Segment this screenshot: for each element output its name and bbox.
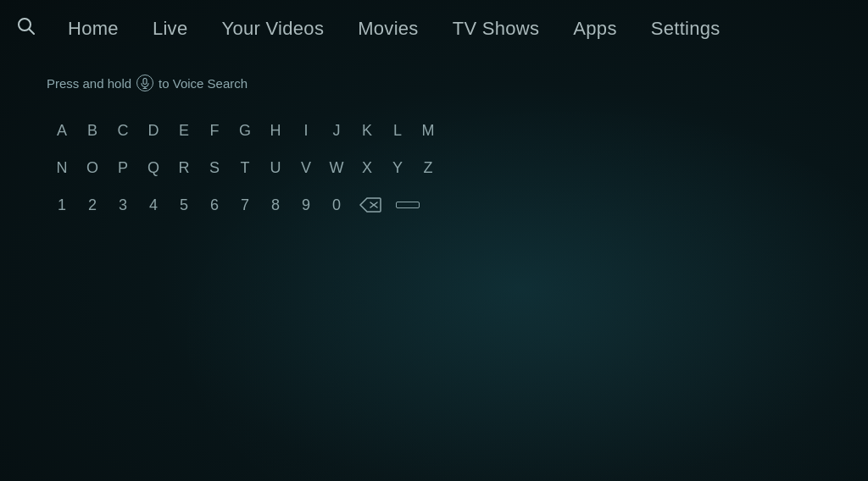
- nav-item-home[interactable]: Home: [51, 11, 136, 47]
- key-3[interactable]: 3: [108, 190, 138, 220]
- nav-item-your-videos[interactable]: Your Videos: [204, 11, 341, 47]
- backspace-key[interactable]: [352, 190, 389, 220]
- key-X[interactable]: X: [352, 152, 382, 183]
- keyboard-row-1: A B C D E F G H I J K L M: [47, 115, 821, 146]
- key-U[interactable]: U: [260, 152, 291, 183]
- voice-hint-post: to Voice Search: [159, 76, 248, 91]
- svg-line-1: [30, 30, 35, 35]
- key-M[interactable]: M: [413, 115, 443, 146]
- key-1[interactable]: 1: [47, 190, 77, 220]
- mic-icon: [136, 75, 153, 91]
- key-7[interactable]: 7: [230, 190, 260, 220]
- key-O[interactable]: O: [77, 152, 108, 183]
- key-V[interactable]: V: [291, 152, 321, 183]
- key-D[interactable]: D: [138, 115, 169, 146]
- key-N[interactable]: N: [47, 152, 77, 183]
- search-icon[interactable]: [17, 17, 36, 41]
- key-B[interactable]: B: [77, 115, 108, 146]
- key-E[interactable]: E: [169, 115, 199, 146]
- key-I[interactable]: I: [291, 115, 321, 146]
- key-Y[interactable]: Y: [382, 152, 413, 183]
- key-Z[interactable]: Z: [413, 152, 443, 183]
- key-J[interactable]: J: [321, 115, 352, 146]
- keyboard-row-2: N O P Q R S T U V W X Y Z: [47, 152, 821, 183]
- nav-item-live[interactable]: Live: [136, 11, 205, 47]
- nav-bar: Home Live Your Videos Movies TV Shows Ap…: [0, 0, 868, 58]
- nav-item-movies[interactable]: Movies: [341, 11, 436, 47]
- key-A[interactable]: A: [47, 115, 77, 146]
- nav-item-settings[interactable]: Settings: [634, 11, 737, 47]
- key-P[interactable]: P: [108, 152, 138, 183]
- key-2[interactable]: 2: [77, 190, 108, 220]
- voice-hint-pre: Press and hold: [47, 76, 131, 91]
- key-8[interactable]: 8: [260, 190, 291, 220]
- nav-item-tv-shows[interactable]: TV Shows: [436, 11, 557, 47]
- key-5[interactable]: 5: [169, 190, 199, 220]
- voice-search-hint: Press and hold to Voice Search: [47, 75, 821, 91]
- key-K[interactable]: K: [352, 115, 382, 146]
- nav-item-apps[interactable]: Apps: [556, 11, 633, 47]
- key-G[interactable]: G: [230, 115, 260, 146]
- key-4[interactable]: 4: [138, 190, 169, 220]
- key-9[interactable]: 9: [291, 190, 321, 220]
- key-C[interactable]: C: [108, 115, 138, 146]
- space-key[interactable]: [389, 190, 426, 220]
- key-S[interactable]: S: [199, 152, 230, 183]
- key-W[interactable]: W: [321, 152, 352, 183]
- keyboard-grid: A B C D E F G H I J K L M N O P Q R S T …: [47, 115, 821, 220]
- key-L[interactable]: L: [382, 115, 413, 146]
- key-T[interactable]: T: [230, 152, 260, 183]
- key-F[interactable]: F: [199, 115, 230, 146]
- key-Q[interactable]: Q: [138, 152, 169, 183]
- space-bar-icon: [396, 202, 420, 208]
- keyboard-row-3: 1 2 3 4 5 6 7 8 9 0: [47, 190, 821, 220]
- search-area: Press and hold to Voice Search A B C D E…: [0, 58, 868, 237]
- svg-rect-2: [143, 78, 147, 84]
- key-H[interactable]: H: [260, 115, 291, 146]
- key-6[interactable]: 6: [199, 190, 230, 220]
- key-0[interactable]: 0: [321, 190, 352, 220]
- key-R[interactable]: R: [169, 152, 199, 183]
